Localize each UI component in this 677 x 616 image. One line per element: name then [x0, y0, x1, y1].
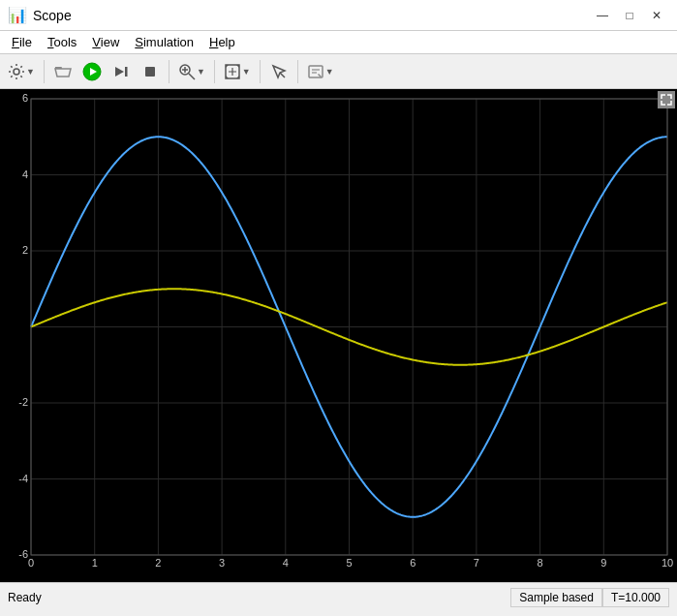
- svg-marker-15: [236, 76, 239, 78]
- menu-file[interactable]: File: [4, 33, 40, 51]
- svg-line-8: [189, 74, 195, 79]
- svg-rect-5: [125, 67, 128, 77]
- properties-dropdown-arrow: ▼: [325, 67, 334, 77]
- maximize-button[interactable]: □: [617, 5, 642, 26]
- toolbar: ▼ ▼: [0, 54, 677, 89]
- svg-line-16: [280, 73, 285, 77]
- menu-simulation[interactable]: Simulation: [127, 33, 201, 51]
- menu-tools[interactable]: Tools: [40, 33, 84, 51]
- close-button[interactable]: ✕: [644, 5, 669, 26]
- step-icon: [112, 63, 130, 80]
- scope-plot[interactable]: [0, 89, 677, 582]
- status-sample-based: Sample based: [510, 588, 602, 607]
- toolbar-separator-3: [214, 60, 215, 83]
- svg-marker-13: [236, 65, 239, 68]
- zoom-icon: [178, 63, 196, 80]
- title-bar: 📊 Scope — □ ✕: [0, 0, 677, 31]
- fit-dropdown-arrow: ▼: [242, 67, 251, 77]
- svg-marker-14: [226, 76, 229, 78]
- open-icon: [54, 63, 72, 80]
- status-ready: Ready: [8, 591, 42, 604]
- toolbar-separator-5: [297, 60, 298, 83]
- status-time: T=10.000: [602, 588, 669, 607]
- menu-view[interactable]: View: [84, 33, 127, 51]
- plot-container: [0, 89, 677, 582]
- open-button[interactable]: [49, 58, 77, 85]
- svg-marker-4: [115, 67, 124, 77]
- gear-icon: [8, 63, 25, 80]
- svg-point-0: [14, 69, 19, 75]
- settings-dropdown-arrow: ▼: [26, 67, 35, 77]
- settings-dropdown[interactable]: ▼: [4, 59, 39, 84]
- properties-icon: [307, 63, 324, 80]
- status-right: Sample based T=10.000: [510, 588, 669, 607]
- status-bar: Ready Sample based T=10.000: [0, 582, 677, 611]
- menu-bar: File Tools View Simulation Help: [0, 31, 677, 54]
- zoom-dropdown[interactable]: ▼: [174, 59, 209, 84]
- window-title: Scope: [33, 8, 72, 23]
- stop-button[interactable]: [137, 58, 164, 85]
- play-icon: [82, 62, 102, 81]
- zoom-dropdown-arrow: ▼: [197, 67, 205, 77]
- toolbar-separator-2: [169, 60, 169, 83]
- step-button[interactable]: [108, 58, 135, 85]
- menu-help[interactable]: Help: [201, 33, 243, 51]
- properties-dropdown[interactable]: ▼: [303, 59, 338, 84]
- fit-icon: [224, 63, 241, 80]
- app-icon: 📊: [8, 6, 27, 24]
- toolbar-separator-4: [260, 60, 261, 83]
- stop-icon: [141, 63, 159, 80]
- toolbar-separator-1: [44, 60, 45, 83]
- title-controls: — □ ✕: [590, 5, 669, 26]
- fit-dropdown[interactable]: ▼: [220, 59, 255, 84]
- expand-button[interactable]: [658, 91, 675, 108]
- svg-marker-12: [226, 65, 229, 68]
- play-button[interactable]: [78, 58, 106, 85]
- expand-icon: [661, 94, 672, 106]
- cursor-icon: [270, 63, 288, 80]
- cursor-button[interactable]: [265, 58, 292, 85]
- minimize-button[interactable]: —: [590, 5, 615, 26]
- svg-rect-6: [145, 67, 155, 77]
